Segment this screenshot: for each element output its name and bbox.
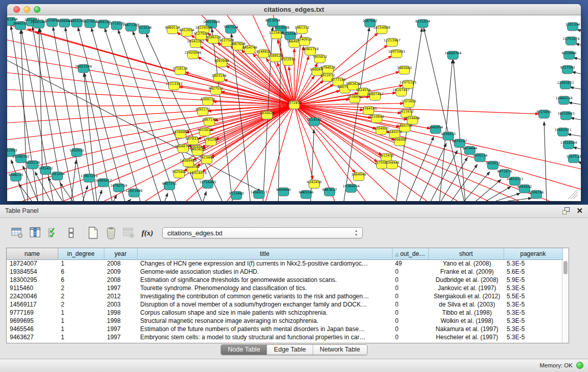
table-row[interactable]: 969969511998Structural magnetic resonanc… xyxy=(7,317,562,325)
select-columns-icon xyxy=(29,227,41,239)
node-label: 1294445 xyxy=(385,161,400,165)
clear-selection-button[interactable] xyxy=(63,225,79,241)
node-label: 9777169 xyxy=(331,78,346,82)
node-label: 8471676 xyxy=(497,169,512,173)
tab-node-table[interactable]: Node Table xyxy=(221,345,267,355)
select-columns-button[interactable] xyxy=(27,225,43,241)
node-label: 16648784 xyxy=(444,51,461,55)
node-label: 16914479 xyxy=(189,171,206,175)
node-label: 6879197 xyxy=(452,139,467,143)
column-header-pagerank[interactable]: pagerank xyxy=(504,248,562,259)
node-label: 7933412 xyxy=(198,128,212,132)
node-label: 1640954 xyxy=(428,125,443,129)
clear-selection-icon xyxy=(65,227,77,239)
network-window-titlebar[interactable]: citations_edges.txt xyxy=(7,4,581,15)
column-header-name[interactable]: name xyxy=(7,248,58,259)
node-label: 1140910 xyxy=(297,37,312,41)
node-label: 12975125 xyxy=(399,80,416,84)
citation-network-graph[interactable]: 1881854264055719314472089140615288529346… xyxy=(7,15,581,201)
node-label: 17957253 xyxy=(80,174,97,178)
node-label: 13164161 xyxy=(360,106,377,111)
column-header-short[interactable]: short xyxy=(428,248,504,259)
table-row[interactable]: 977716911998Corpus callosum shape and si… xyxy=(7,309,562,317)
node-label: 1561054 xyxy=(50,172,65,176)
node-label: 26053346 xyxy=(75,64,92,69)
dropdown-stepper-icon: ▴▾ xyxy=(354,229,359,237)
node-label: 1527602 xyxy=(83,19,98,24)
node-label: 6794028 xyxy=(321,65,336,70)
new-table-button[interactable] xyxy=(85,225,101,241)
node-label: 9115460 xyxy=(229,191,244,195)
table-selector-dropdown[interactable]: citations_edges.txt ▴▾ xyxy=(162,227,363,238)
delete-rows-button[interactable] xyxy=(103,225,119,241)
node-label: 2867140 xyxy=(202,118,217,122)
node-label: 12213967 xyxy=(383,38,400,42)
node-label: 16995817 xyxy=(95,179,112,183)
table-toolbar: f(x) citations_edges.txt ▴▾ xyxy=(9,221,363,245)
node-label: 16055809 xyxy=(203,20,220,24)
node-label: 19166852 xyxy=(172,130,189,134)
node-label: 9427552 xyxy=(209,86,224,91)
memory-status-indicator[interactable] xyxy=(576,362,583,369)
function-builder-button[interactable]: f(x) xyxy=(139,229,156,237)
node-label: 16782759 xyxy=(110,184,127,188)
table-row[interactable]: 911546021997Tourette syndrome. Phenomeno… xyxy=(7,284,562,292)
node-label: 1862903 xyxy=(7,148,17,152)
node-table: namein_degreeyeartitle△out_de…shortpager… xyxy=(6,248,569,343)
node-label: 1332511 xyxy=(70,148,84,152)
node-label: 2210843 xyxy=(369,115,384,119)
tab-network-table[interactable]: Network Table xyxy=(313,345,367,355)
node-label: 1514545 xyxy=(307,118,322,122)
trash-icon xyxy=(104,226,118,239)
node-label: 4309110 xyxy=(201,97,215,101)
node-label: 8960124 xyxy=(165,26,180,30)
node-label: 1611632 xyxy=(399,110,414,114)
table-row[interactable]: 946554611997Estimation of the future num… xyxy=(7,325,562,333)
table-row[interactable]: 1938455462009Genome-wide association stu… xyxy=(7,268,562,276)
table-row[interactable]: 1872400712008Changes of HCN gene express… xyxy=(7,259,562,268)
table-settings-button[interactable] xyxy=(9,225,26,241)
table-settings-icon xyxy=(11,227,24,239)
table-vertical-scrollbar[interactable] xyxy=(562,260,569,343)
node-label: 9457791 xyxy=(162,182,177,186)
node-label: 9242844 xyxy=(214,59,229,63)
float-window-icon[interactable] xyxy=(562,207,570,214)
node-label: 1821072 xyxy=(320,73,335,77)
table-row[interactable]: 946362711997Embryonic stem cells: a mode… xyxy=(7,333,562,341)
table-row[interactable]: 1830029562008Estimation of significance … xyxy=(7,276,562,284)
node-label: 1830029 xyxy=(260,111,275,115)
node-label: 18226058 xyxy=(195,26,212,30)
node-label: 9154466 xyxy=(405,116,420,120)
node-label: 22420046 xyxy=(184,51,201,55)
row-checkmarks-button[interactable] xyxy=(45,225,61,241)
close-panel-icon[interactable]: ✕ xyxy=(576,207,583,215)
node-label: 1612435 xyxy=(379,154,394,158)
node-label: 14099489 xyxy=(180,159,197,163)
node-label: 1961312 xyxy=(295,26,310,30)
node-label: 8454749 xyxy=(243,46,257,50)
node-label: 2935114 xyxy=(473,154,488,158)
sort-ascending-icon: △ xyxy=(395,252,399,257)
table-row[interactable]: 2242004622012Investigating the contribut… xyxy=(7,292,562,300)
node-label: 1896907 xyxy=(393,138,407,142)
node-label: 8549379 xyxy=(387,130,402,134)
scrollbar-thumb[interactable] xyxy=(563,261,568,274)
table-row[interactable]: 1456911722003Disruption of a novel membe… xyxy=(7,300,562,309)
network-view-canvas[interactable]: 1881854264055719314472089140615288529346… xyxy=(7,15,581,201)
column-header-out_de[interactable]: △out_de… xyxy=(392,248,428,259)
delete-table-button xyxy=(121,225,137,241)
node-label: 9146821 xyxy=(256,50,271,54)
cytoscape-desktop: citations_edges.txt 18818542640557193144… xyxy=(0,0,588,205)
node-label: 9346125 xyxy=(9,173,24,177)
node-label: 9245652 xyxy=(517,185,532,189)
tab-edge-table[interactable]: Edge Table xyxy=(267,345,313,355)
node-label: 8322035 xyxy=(281,57,296,61)
column-header-in_degree[interactable]: in_degree xyxy=(58,248,104,259)
node-label: 1824554 xyxy=(356,88,371,92)
column-header-title[interactable]: title xyxy=(137,248,392,259)
column-header-year[interactable]: year xyxy=(104,248,137,259)
node-label: 12923446 xyxy=(125,189,142,193)
node-label: 12093872 xyxy=(557,81,574,85)
node-label: 10654112 xyxy=(506,177,523,181)
node-label: 16046766 xyxy=(175,144,191,148)
